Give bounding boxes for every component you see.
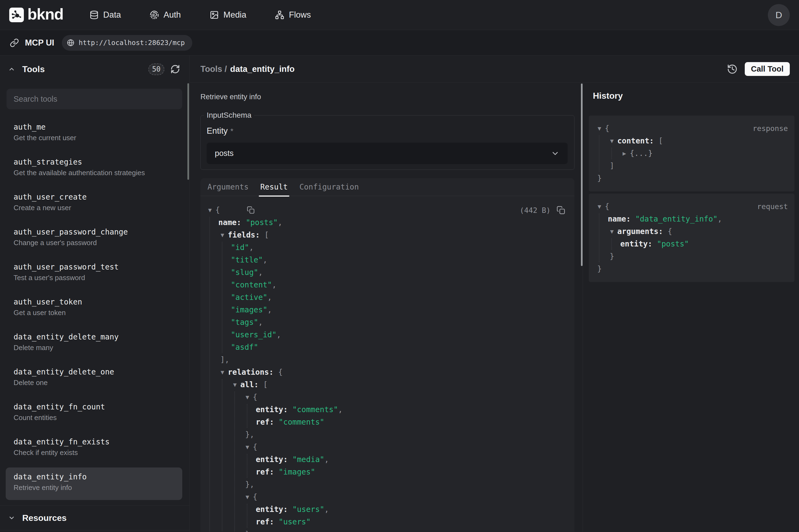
result-meta: (442 B) (520, 204, 565, 216)
history-entry-request[interactable]: request▼{name: "data_entity_info",▼argum… (589, 194, 794, 282)
resources-section-title: Resources (22, 513, 67, 523)
chevron-up-icon (8, 65, 15, 73)
tool-list-item-data_entity_delete_one[interactable]: data_entity_delete_oneDelete one (6, 363, 182, 395)
collapse-icon[interactable]: ▼ (245, 441, 250, 453)
tool-list-item-auth_me[interactable]: auth_meGet the current user (6, 118, 182, 150)
tool-name: auth_me (14, 122, 182, 132)
indent-guide (222, 379, 222, 532)
collapse-icon[interactable]: ▼ (597, 122, 602, 135)
tool-description: Delete many (14, 343, 182, 353)
chevron-down-icon (551, 149, 559, 158)
sidebar-scrollbar[interactable] (187, 83, 189, 180)
tab-result[interactable]: Result (260, 178, 288, 196)
entity-select[interactable]: posts (207, 142, 568, 164)
search-tools-box (6, 89, 182, 109)
tool-description: Retrieve entity info (201, 93, 574, 101)
tool-name: data_entity_delete_one (14, 367, 182, 377)
tool-list-item-data_entity_delete_many[interactable]: data_entity_delete_manyDelete many (6, 327, 182, 360)
collapse-icon[interactable]: ▼ (245, 491, 250, 503)
nav-item-data[interactable]: Data (90, 10, 121, 20)
indent-guide (234, 392, 235, 532)
collapse-icon[interactable]: ▼ (609, 225, 614, 238)
database-icon (90, 10, 99, 20)
json-row: "title", (201, 254, 574, 266)
user-avatar[interactable]: D (768, 4, 790, 26)
collapse-icon[interactable]: ▼ (220, 229, 225, 241)
tool-list-item-auth_strategies[interactable]: auth_strategiesGet the available authent… (6, 153, 182, 185)
breadcrumb-current: data_entity_info (230, 64, 295, 74)
tools-section-header[interactable]: Tools 50 (0, 56, 189, 83)
history-toggle-button[interactable] (727, 64, 738, 75)
nav-item-media[interactable]: Media (210, 10, 246, 20)
top-navbar: bknd DataAuthMediaFlows D (0, 0, 799, 30)
mcp-title: MCP UI (25, 38, 54, 48)
collapse-icon[interactable]: ▼ (220, 366, 225, 379)
tool-list-item-data_entity_fn_exists[interactable]: data_entity_fn_existsCheck if entity exi… (6, 433, 182, 465)
tool-list-item-data_entity_info[interactable]: data_entity_infoRetrieve entity info (6, 468, 182, 500)
json-row: entity: "users", (201, 503, 574, 516)
fingerprint-icon (150, 10, 159, 20)
collapse-icon[interactable]: ▼ (597, 201, 602, 213)
input-schema-legend: InputSchema (204, 111, 254, 119)
page-header: Tools /data_entity_info Call Tool (190, 56, 799, 83)
resources-section-header[interactable]: Resources (0, 506, 189, 530)
json-row: }, (201, 478, 574, 491)
nav-item-flows[interactable]: Flows (275, 10, 311, 20)
json-row: "id", (201, 241, 574, 254)
indent-guide (599, 213, 600, 262)
collapse-icon[interactable]: ▼ (207, 204, 213, 216)
tool-list-item-auth_user_token[interactable]: auth_user_tokenGet a user token (6, 292, 182, 325)
history-panel: History response▼{▼content: [▶{...}]}req… (583, 83, 799, 532)
tool-description: Get a user token (14, 308, 182, 318)
search-tools-input[interactable] (14, 95, 175, 103)
required-marker: * (230, 127, 233, 135)
copy-result-icon[interactable] (556, 206, 565, 214)
json-row: ref: "users" (201, 516, 574, 528)
tool-list-item-auth_user_create[interactable]: auth_user_createCreate a new user (6, 188, 182, 220)
json-row: entity: "posts" (589, 238, 788, 250)
indent-guide (611, 148, 612, 159)
tool-list: auth_meGet the current userauth_strategi… (0, 118, 189, 502)
nav-item-auth[interactable]: Auth (150, 10, 181, 20)
nav-item-label: Data (103, 10, 121, 20)
json-row: ▼{ (589, 122, 788, 135)
indent-guide (222, 242, 222, 353)
breadcrumb: Tools /data_entity_info (201, 64, 294, 74)
tool-list-item-auth_user_password_test[interactable]: auth_user_password_testTest a user's pas… (6, 258, 182, 290)
indent-guide (599, 135, 600, 172)
refresh-tools-button[interactable] (170, 64, 180, 74)
json-row: entity: "comments", (201, 403, 574, 416)
expand-icon[interactable]: ▶ (622, 147, 627, 160)
json-row: ▼{ (201, 204, 574, 216)
tab-configuration[interactable]: Configuration (300, 178, 359, 196)
collapse-icon[interactable]: ▼ (245, 391, 250, 403)
tools-count-badge: 50 (148, 63, 164, 75)
tool-list-item-auth_user_password_change[interactable]: auth_user_password_changeChange a user's… (6, 223, 182, 255)
chevron-down-icon (8, 514, 15, 521)
input-schema-fieldset: InputSchema Entity* posts (201, 111, 574, 170)
collapse-icon[interactable]: ▼ (609, 135, 614, 147)
history-entry-response[interactable]: response▼{▼content: [▶{...}]} (589, 115, 794, 191)
tool-description: Count entities (14, 413, 182, 422)
json-row: } (201, 528, 574, 532)
tab-arguments[interactable]: Arguments (208, 178, 249, 196)
json-row: "images", (201, 304, 574, 316)
copy-node-icon[interactable] (247, 206, 255, 214)
call-tool-button[interactable]: Call Tool (745, 62, 790, 76)
image-icon (210, 10, 219, 20)
tool-name: data_entity_delete_many (14, 332, 182, 342)
mcp-url-pill[interactable]: http://localhost:28623/mcp (62, 35, 192, 51)
tool-name: auth_user_password_test (14, 262, 182, 272)
brand-logo[interactable]: bknd (9, 6, 63, 24)
json-row: ▼content: [ (589, 135, 788, 147)
json-row: ▼{ (201, 441, 574, 453)
collapse-icon[interactable]: ▼ (232, 379, 237, 391)
tool-name: data_entity_fn_exists (14, 437, 182, 447)
tool-name: auth_strategies (14, 157, 182, 167)
tool-list-item-data_entity_fn_count[interactable]: data_entity_fn_countCount entities (6, 398, 182, 430)
json-row: ] (589, 160, 788, 172)
breadcrumb-section[interactable]: Tools / (201, 64, 227, 74)
main-scrollbar[interactable] (581, 83, 583, 266)
nav-item-label: Media (224, 10, 246, 20)
json-row: ], (201, 354, 574, 366)
